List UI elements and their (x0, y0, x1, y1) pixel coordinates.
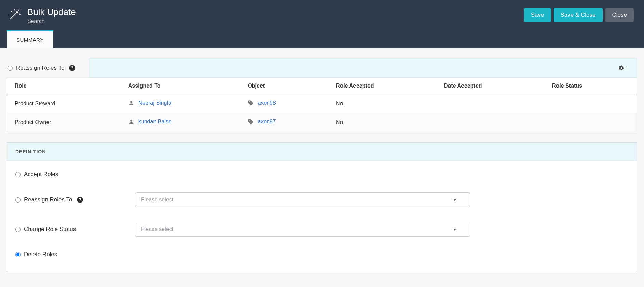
cell-role-accepted: No (328, 94, 437, 113)
cell-object: axon97 (240, 113, 328, 132)
status-select-placeholder: Please select (141, 226, 173, 232)
svg-line-4 (14, 10, 15, 10)
change-status-label: Change Role Status (24, 226, 76, 233)
reassign-roles-option: Reassign Roles To ? (7, 65, 85, 71)
svg-line-2 (18, 10, 19, 10)
app-header: Bulk Update Search Save Save & Close Clo… (0, 0, 644, 48)
svg-point-5 (11, 11, 12, 12)
chevron-down-icon: ▾ (454, 226, 456, 232)
svg-line-0 (10, 13, 16, 19)
tab-summary[interactable]: SUMMARY (7, 30, 53, 48)
accept-roles-label: Accept Roles (24, 171, 58, 178)
svg-point-6 (9, 15, 10, 16)
help-icon[interactable]: ? (69, 65, 75, 71)
cell-role-status (545, 113, 637, 132)
reassign-roles-label: Reassign Roles To (24, 196, 72, 203)
col-assigned-to[interactable]: Assigned To (121, 78, 240, 94)
cell-role-status (545, 94, 637, 113)
assigned-link[interactable]: Neeraj Singla (138, 100, 171, 106)
table-row: Product Steward Neeraj Singla axon98 (7, 94, 637, 113)
accept-roles-radio[interactable] (15, 172, 21, 177)
definition-header: DEFINITION (7, 143, 637, 161)
reassign-select[interactable]: Please select ▾ (135, 192, 470, 207)
cell-role-accepted: No (328, 113, 437, 132)
status-select-wrap: Please select ▾ (135, 222, 470, 237)
status-select[interactable]: Please select ▾ (135, 222, 470, 237)
person-icon (128, 100, 134, 106)
settings-menu[interactable] (618, 65, 630, 71)
reassign-select-wrap: Please select ▾ (135, 192, 470, 207)
save-close-button[interactable]: Save & Close (554, 8, 603, 22)
reassign-roles-row: Reassign Roles To ? (7, 58, 637, 78)
roles-table: Role Assigned To Object Role Accepted Da… (7, 78, 637, 132)
col-date-accepted[interactable]: Date Accepted (437, 78, 545, 94)
assigned-link[interactable]: kundan Balse (138, 119, 172, 125)
reassign-select-placeholder: Please select (141, 197, 173, 203)
title-block: Bulk Update Search (27, 7, 76, 24)
chevron-down-icon: ▾ (454, 197, 456, 203)
col-role-status[interactable]: Role Status (545, 78, 637, 94)
reassign-roles-top-label: Reassign Roles To (16, 65, 64, 71)
reassign-bar (89, 58, 637, 78)
help-icon[interactable]: ? (77, 197, 83, 203)
delete-roles-radio[interactable] (15, 252, 21, 257)
header-buttons: Save Save & Close Close (524, 8, 634, 22)
cell-role: Product Owner (7, 113, 121, 132)
page-title: Bulk Update (27, 7, 76, 17)
col-role-accepted[interactable]: Role Accepted (328, 78, 437, 94)
cell-role: Product Steward (7, 94, 121, 113)
svg-line-3 (19, 14, 20, 15)
object-link[interactable]: axon98 (258, 100, 276, 106)
definition-body: Accept Roles Reassign Roles To ? Please … (7, 161, 637, 272)
chevron-down-icon (626, 66, 630, 70)
gear-icon (618, 65, 625, 71)
reassign-roles-top-radio[interactable] (8, 66, 13, 71)
tabs: SUMMARY (7, 30, 53, 48)
person-icon (128, 119, 134, 125)
reassign-roles-option-def: Reassign Roles To ? (15, 196, 94, 203)
cell-assigned-to: Neeraj Singla (121, 94, 240, 113)
object-link[interactable]: axon97 (258, 119, 276, 125)
col-role[interactable]: Role (7, 78, 121, 94)
close-button[interactable]: Close (605, 8, 634, 22)
table-row: Product Owner kundan Balse axon97 No (7, 113, 637, 132)
header-left: Bulk Update Search (7, 7, 76, 24)
reassign-roles-radio[interactable] (15, 197, 21, 203)
roles-table-wrap: Role Assigned To Object Role Accepted Da… (7, 78, 637, 132)
save-button[interactable]: Save (524, 8, 551, 22)
def-row-accept: Accept Roles (15, 171, 629, 178)
change-status-option: Change Role Status (15, 226, 94, 233)
change-status-radio[interactable] (15, 227, 21, 232)
def-row-reassign: Reassign Roles To ? Please select ▾ (15, 192, 629, 207)
delete-roles-label: Delete Roles (24, 251, 57, 258)
tag-icon (247, 100, 254, 106)
page-subtitle: Search (27, 18, 76, 24)
wand-icon (7, 9, 21, 23)
cell-date-accepted (437, 94, 545, 113)
def-row-delete: Delete Roles (15, 251, 629, 258)
content-area: Reassign Roles To ? Role Assigned To Obj… (0, 58, 644, 272)
accept-roles-option: Accept Roles (15, 171, 94, 178)
svg-point-1 (16, 12, 18, 13)
cell-object: axon98 (240, 94, 328, 113)
tag-icon (247, 119, 254, 125)
delete-roles-option: Delete Roles (15, 251, 94, 258)
cell-date-accepted (437, 113, 545, 132)
cell-assigned-to: kundan Balse (121, 113, 240, 132)
def-row-change-status: Change Role Status Please select ▾ (15, 222, 629, 237)
col-object[interactable]: Object (240, 78, 328, 94)
definition-panel: DEFINITION Accept Roles Reassign Roles T… (7, 142, 637, 272)
